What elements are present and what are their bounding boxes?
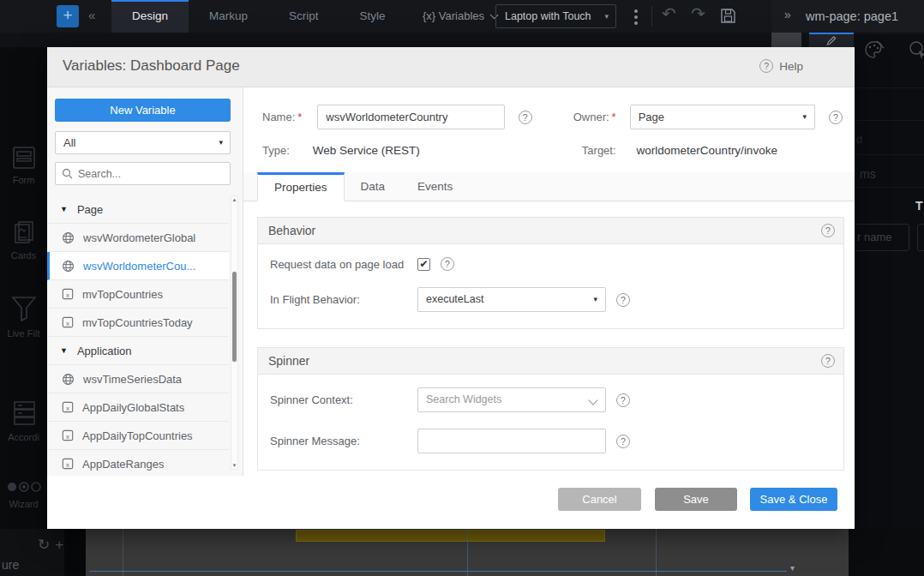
more-options-icon[interactable] <box>632 7 640 27</box>
palette-item-live-filter[interactable]: Live Filt <box>0 294 47 339</box>
variable-search-input[interactable] <box>78 163 225 184</box>
cards-icon <box>12 219 36 245</box>
dropdown-arrow-icon: ▾ <box>802 105 807 129</box>
add-page-button[interactable]: + <box>57 5 79 27</box>
model-variable-icon: x <box>62 316 74 328</box>
variables-menu-button[interactable]: {x} Variables <box>423 0 495 33</box>
inflight-help-icon[interactable]: ? <box>616 293 630 307</box>
variables-label: {x} Variables <box>423 9 484 22</box>
variable-group-row[interactable]: ▼Page <box>47 195 229 224</box>
right-panel-heading-fragment: T <box>915 199 923 213</box>
variable-search-box <box>55 162 231 185</box>
tab-design[interactable]: Design <box>111 0 189 33</box>
new-variable-button[interactable]: New Variable <box>55 99 231 122</box>
variable-filter-select[interactable]: All ▾ <box>55 131 231 154</box>
request-data-checkbox[interactable]: ✔ <box>417 258 430 271</box>
variable-list-item[interactable]: wsvTimeSeriesData <box>47 365 229 393</box>
inflight-behavior-select[interactable]: executeLast ▾ <box>417 287 606 312</box>
owner-select[interactable]: Page ▾ <box>630 105 815 129</box>
sub-toolbar <box>0 33 924 47</box>
variable-name: mvTopCountries <box>82 288 163 301</box>
spinner-context-help-icon[interactable]: ? <box>616 393 630 407</box>
wizard-icon <box>5 480 43 494</box>
variable-group-row[interactable]: ▼Application <box>47 337 229 365</box>
search-icon <box>62 168 73 179</box>
chevron-down-icon <box>588 395 597 405</box>
variables-dialog: Variables: Dashboard Page ? Help New Var… <box>47 47 855 529</box>
svg-text:x: x <box>66 320 69 327</box>
dropdown-arrow-icon: ▾ <box>219 132 223 153</box>
owner-help-icon[interactable]: ? <box>829 111 843 124</box>
request-data-help-icon[interactable]: ? <box>441 257 454 271</box>
palette-item-wizard[interactable]: Wizard <box>0 480 47 509</box>
web-service-icon <box>62 373 75 386</box>
palette-label: Accordi <box>0 432 47 442</box>
save-icon[interactable] <box>720 8 736 24</box>
behavior-help-icon[interactable]: ? <box>821 224 835 237</box>
variables-sidebar: New Variable All ▾ ▼PagewsvWordometerGlo… <box>47 87 243 476</box>
variable-list-item[interactable]: xAppDailyGlobalStats <box>47 393 229 422</box>
variable-list-item[interactable]: wsvWordometerGlobal <box>47 224 229 252</box>
form-icon <box>11 146 37 170</box>
canvas-column-guide <box>467 529 468 576</box>
spinner-context-placeholder: Search Widgets <box>426 393 501 405</box>
save-button[interactable]: Save <box>655 488 737 511</box>
cancel-button[interactable]: Cancel <box>558 488 641 511</box>
type-value: Web Service (REST) <box>313 144 420 157</box>
spinner-help-icon[interactable]: ? <box>821 354 835 368</box>
type-label: Type: <box>262 144 290 157</box>
theme-palette-icon[interactable] <box>863 39 885 60</box>
right-panel-name-input[interactable]: r name <box>848 224 909 251</box>
undo-icon[interactable]: ↶ <box>662 3 676 24</box>
spinner-message-help-icon[interactable]: ? <box>616 435 630 448</box>
scroll-down-icon[interactable]: ▼ <box>231 463 237 468</box>
tab-data[interactable]: Data <box>345 172 402 201</box>
inflight-select-value: executeLast <box>426 293 483 305</box>
name-help-icon[interactable]: ? <box>519 111 532 124</box>
scrollbar-thumb[interactable] <box>232 272 237 362</box>
tab-events[interactable]: Events <box>401 172 469 201</box>
palette-item-form[interactable]: Form <box>0 146 47 185</box>
variable-name-input[interactable] <box>317 105 504 129</box>
redo-icon[interactable]: ↷ <box>691 3 705 24</box>
funnel-icon <box>10 294 38 323</box>
tab-markup[interactable]: Markup <box>189 0 268 33</box>
right-panel-text-fragment: ms <box>860 167 876 181</box>
design-canvas[interactable]: ▾ <box>86 529 849 576</box>
model-variable-icon: x <box>62 458 74 470</box>
variable-list-item[interactable]: wsvWorldometerCou... <box>47 252 229 280</box>
sidebar-scrollbar[interactable]: ▲ ▼ <box>231 195 238 470</box>
variable-list-item[interactable]: xAppDailyTopCountries <box>47 422 229 450</box>
refresh-icon[interactable]: ↻ <box>38 537 55 553</box>
device-preview-select[interactable]: Laptop with Touch▾ <box>495 4 616 28</box>
variable-list-item[interactable]: xmvTopCountriesToday <box>47 309 229 337</box>
save-and-close-button[interactable]: Save & Close <box>750 488 837 511</box>
palette-item-accordion[interactable]: Accordi <box>0 399 47 442</box>
canvas-yellow-widget[interactable] <box>296 530 605 542</box>
scroll-up-icon[interactable]: ▲ <box>231 197 237 202</box>
target-label: Target: <box>582 144 616 157</box>
canvas-scroll-arrow-icon[interactable]: ▾ <box>790 563 795 573</box>
edit-mode-tab[interactable] <box>809 33 854 47</box>
right-panel-input-fragment[interactable] <box>917 224 924 251</box>
variable-list-item[interactable]: xAppDateRanges <box>47 450 229 478</box>
variable-list-item[interactable]: xmvTopCountries <box>47 280 229 309</box>
name-label: Name:* <box>262 111 302 123</box>
expand-right-icon[interactable]: » <box>784 8 791 21</box>
palette-item-cards[interactable]: Cards <box>0 219 47 261</box>
tab-properties[interactable]: Properties <box>257 172 345 201</box>
spinner-context-select[interactable]: Search Widgets <box>417 387 606 412</box>
tab-style[interactable]: Style <box>339 0 406 33</box>
dialog-footer: Cancel Save Save & Close <box>47 476 855 529</box>
inspect-cursor-icon[interactable] <box>908 39 924 60</box>
collapse-left-icon[interactable]: « <box>88 8 95 22</box>
spinner-message-input[interactable] <box>417 429 606 453</box>
tab-script[interactable]: Script <box>268 0 339 33</box>
variable-name: wsvTimeSeriesData <box>83 373 182 386</box>
svg-text:x: x <box>66 291 69 299</box>
web-service-icon <box>62 260 75 273</box>
canvas-left-rail <box>64 529 86 576</box>
spinner-section: Spinner ? Spinner Context: Search Widget… <box>257 347 844 471</box>
help-link[interactable]: ? Help <box>759 59 803 73</box>
page-badge: wm-page: page1 <box>806 0 898 33</box>
